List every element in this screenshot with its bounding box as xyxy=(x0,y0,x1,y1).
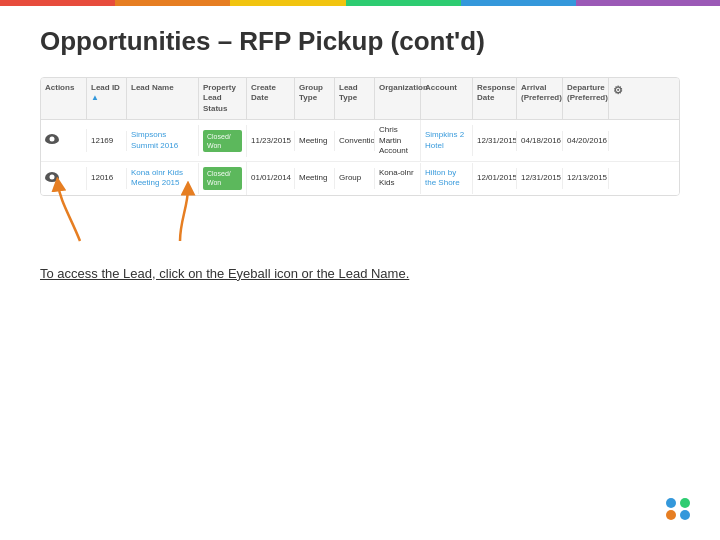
logo-dot-green xyxy=(680,498,690,508)
col-header-leadtype: Lead Type xyxy=(335,78,375,119)
gear-icon[interactable]: ⚙ xyxy=(613,84,623,96)
logo-dot-blue2 xyxy=(680,510,690,520)
col-header-propstatus: Property Lead Status xyxy=(199,78,247,119)
td-propstatus-1: Closed/ Won xyxy=(199,125,247,157)
status-badge-1: Closed/ Won xyxy=(203,130,242,152)
col-header-actions: Actions xyxy=(41,78,87,119)
eyeball-icon[interactable] xyxy=(45,134,59,144)
company-logo xyxy=(666,498,690,522)
col-header-leadid: Lead ID ▲ xyxy=(87,78,127,119)
logo-dot-blue xyxy=(666,498,676,508)
col-header-arrival: Arrival (Preferred) xyxy=(517,78,563,119)
col-header-org: Organization xyxy=(375,78,421,119)
td-respdate-2: 12/01/2015 xyxy=(473,168,517,188)
td-departure-2: 12/13/2015 xyxy=(563,168,609,188)
td-create-1: 11/23/2015 xyxy=(247,131,295,151)
col-header-respdate: Response Date xyxy=(473,78,517,119)
td-leadtype-1: Convention xyxy=(335,131,375,151)
annotation-arrows xyxy=(40,166,340,256)
td-leadid-1: 12169 xyxy=(87,131,127,151)
td-gear-1 xyxy=(609,136,629,146)
col-header-leadname: Lead Name xyxy=(127,78,199,119)
col-header-departure: Departure (Preferred) xyxy=(563,78,609,119)
td-account-1: Simpkins 2 Hotel xyxy=(421,125,473,156)
logo-dot-orange xyxy=(666,510,676,520)
table-header-row: Actions Lead ID ▲ Lead Name Property Lea… xyxy=(41,78,679,120)
td-org-1: Chris Martin Account xyxy=(375,120,421,161)
td-arrival-1: 04/18/2016 xyxy=(517,131,563,151)
instruction-text: To access the Lead, click on the Eyeball… xyxy=(40,266,680,281)
lead-name-link-1[interactable]: Simpsons Summit 2016 xyxy=(131,130,178,149)
td-gear-2 xyxy=(609,173,629,183)
td-respdate-1: 12/31/2015 xyxy=(473,131,517,151)
td-leadname-1: Simpsons Summit 2016 xyxy=(127,125,199,156)
td-org-2: Kona-olnr Kids xyxy=(375,163,421,194)
col-header-create: Create Date xyxy=(247,78,295,119)
col-header-account: Account xyxy=(421,78,473,119)
account-link-1[interactable]: Simpkins 2 Hotel xyxy=(425,130,464,149)
td-group-1: Meeting xyxy=(295,131,335,151)
td-departure-1: 04/20/2016 xyxy=(563,131,609,151)
td-account-2: Hilton by the Shore xyxy=(421,163,473,194)
td-leadtype-2: Group xyxy=(335,168,375,188)
td-arrival-2: 12/31/2015 xyxy=(517,168,563,188)
td-actions-1 xyxy=(41,129,87,152)
page-title: Opportunities – RFP Pickup (cont'd) xyxy=(40,26,680,57)
col-header-gear: ⚙ xyxy=(609,78,629,119)
table-row: 12169 Simpsons Summit 2016 Closed/ Won 1… xyxy=(41,120,679,162)
account-link-2[interactable]: Hilton by the Shore xyxy=(425,168,460,187)
col-header-group: Group Type xyxy=(295,78,335,119)
